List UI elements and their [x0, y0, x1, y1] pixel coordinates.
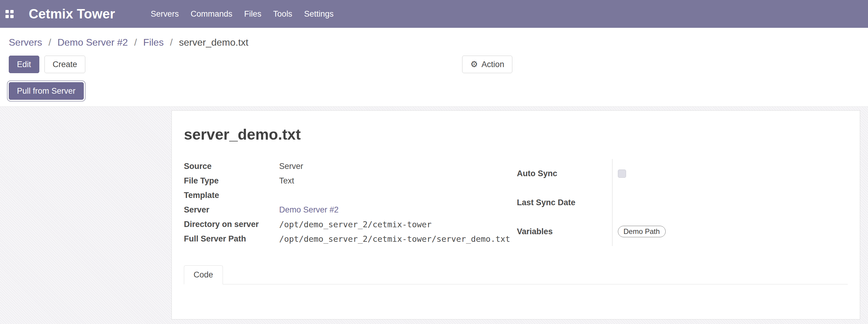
create-button[interactable]: Create: [44, 56, 85, 73]
pull-from-server-button[interactable]: Pull from Server: [9, 82, 84, 100]
field-label-last-sync-date: Last Sync Date: [517, 188, 612, 217]
field-label-server: Server: [184, 202, 279, 217]
field-value-source: Server: [279, 159, 517, 173]
brand-title[interactable]: Cetmix Tower: [29, 6, 115, 22]
field-label-source: Source: [184, 159, 279, 173]
field-label-template: Template: [184, 188, 279, 202]
nav-menu-commands[interactable]: Commands: [190, 9, 232, 19]
field-label-variables: Variables: [517, 217, 612, 246]
breadcrumb-files[interactable]: Files: [143, 37, 164, 48]
content-area: server_demo.txt Source Server File Type …: [0, 107, 868, 324]
breadcrumb-demo-server[interactable]: Demo Server #2: [58, 37, 128, 48]
field-row-template: Template: [184, 188, 517, 202]
field-row-file-type: File Type Text: [184, 173, 517, 188]
form-title: server_demo.txt: [184, 126, 848, 143]
field-value-full-path: /opt/demo_server_2/cetmix-tower/server_d…: [279, 231, 517, 246]
field-value-file-type: Text: [279, 173, 517, 188]
main-menu: Servers Commands Files Tools Settings: [151, 9, 334, 19]
breadcrumb-separator: /: [134, 37, 137, 48]
field-row-directory: Directory on server /opt/demo_server_2/c…: [184, 217, 517, 231]
form-sheet: server_demo.txt Source Server File Type …: [172, 110, 860, 320]
breadcrumb: Servers / Demo Server #2 / Files / serve…: [9, 36, 860, 49]
field-row-source: Source Server: [184, 159, 517, 173]
breadcrumb-separator: /: [49, 37, 51, 48]
statusbar: Pull from Server: [9, 82, 860, 100]
field-label-directory: Directory on server: [184, 217, 279, 231]
nav-menu-settings[interactable]: Settings: [304, 9, 334, 19]
field-value-template: [279, 188, 517, 202]
edit-button[interactable]: Edit: [9, 56, 39, 73]
breadcrumb-current: server_demo.txt: [179, 37, 248, 48]
field-row-auto-sync: Auto Sync: [517, 159, 848, 188]
control-panel: Servers / Demo Server #2 / Files / serve…: [0, 28, 868, 107]
field-row-server: Server Demo Server #2: [184, 202, 517, 217]
field-value-directory: /opt/demo_server_2/cetmix-tower: [279, 217, 517, 231]
nav-menu-tools[interactable]: Tools: [273, 9, 292, 19]
field-value-last-sync-date: [612, 188, 848, 217]
variable-tag-demo-path: Demo Path: [618, 226, 666, 237]
field-row-variables: Variables Demo Path: [517, 217, 848, 246]
notebook-tabs: Code: [184, 265, 848, 284]
tab-code[interactable]: Code: [184, 265, 223, 284]
breadcrumb-separator: /: [170, 37, 173, 48]
code-tab-content: [184, 284, 848, 320]
nav-menu-servers[interactable]: Servers: [151, 9, 179, 19]
top-navbar: Cetmix Tower Servers Commands Files Tool…: [0, 0, 868, 28]
left-field-group: Source Server File Type Text Template Se…: [184, 159, 517, 246]
field-label-file-type: File Type: [184, 173, 279, 188]
action-button-label: Action: [482, 60, 504, 69]
action-button-row: Edit Create ⚙ Action: [9, 56, 860, 73]
nav-menu-files[interactable]: Files: [244, 9, 261, 19]
right-field-group: Auto Sync Last Sync Date Variables Demo …: [517, 159, 848, 246]
breadcrumb-servers[interactable]: Servers: [9, 37, 42, 48]
action-dropdown-button[interactable]: ⚙ Action: [462, 56, 512, 73]
gear-icon: ⚙: [470, 60, 478, 69]
field-label-auto-sync: Auto Sync: [517, 159, 612, 188]
field-row-last-sync-date: Last Sync Date: [517, 188, 848, 217]
field-row-full-path: Full Server Path /opt/demo_server_2/cetm…: [184, 231, 517, 246]
server-link[interactable]: Demo Server #2: [279, 205, 339, 214]
field-groups: Source Server File Type Text Template Se…: [184, 159, 848, 246]
auto-sync-checkbox[interactable]: [618, 169, 626, 178]
field-label-full-path: Full Server Path: [184, 231, 279, 246]
apps-grid-icon[interactable]: [5, 10, 13, 18]
